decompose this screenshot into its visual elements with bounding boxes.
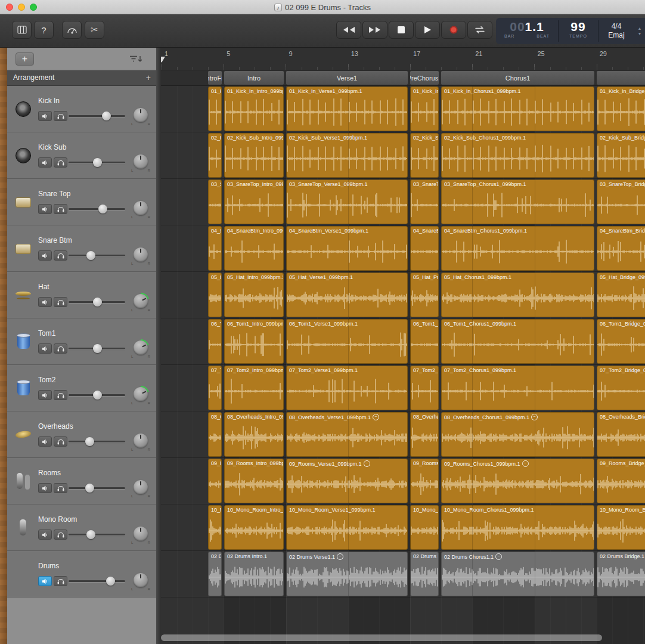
chevron-down-icon[interactable]: ▼ (638, 32, 642, 36)
arrangement-marker[interactable]: Intro (224, 71, 284, 85)
track-header[interactable]: Snare TopLR (7, 179, 156, 225)
playhead[interactable] (161, 57, 165, 63)
lcd-key-section[interactable]: 4/4 Emaj (599, 18, 634, 44)
audio-region[interactable]: 04_SnareBtm_Intro_099bpm.1 (224, 226, 284, 271)
pan-knob[interactable]: LR (132, 153, 149, 170)
track-header[interactable]: Tom1LR (7, 318, 156, 365)
lcd-tempo-section[interactable]: 99 TEMPO (559, 18, 598, 44)
arrangement-marker[interactable]: Verse1 (286, 71, 408, 85)
audio-region[interactable]: 06_Tom1_Bridge_099bpm.1 (597, 319, 645, 364)
horizontal-scrollbar[interactable] (161, 634, 602, 641)
mute-button[interactable] (38, 297, 52, 307)
volume-knob[interactable] (85, 437, 94, 446)
audio-region[interactable]: 01_Kick_In_Intro_099bpm.1 (224, 86, 284, 131)
audio-region[interactable]: 03_SnareTop_PreChorus1_099bpm.1 (410, 179, 439, 224)
solo-button[interactable] (54, 111, 67, 121)
pan-knob[interactable]: LR (132, 339, 149, 356)
audio-region[interactable]: 07_Tom2_Verse1_099bpm.1 (286, 366, 408, 410)
audio-region[interactable]: 07_Tom2_Intro_099bpm.1 (224, 366, 284, 410)
audio-region[interactable]: 02_Kick_Sub_Intro_099bpm.1 (224, 133, 284, 178)
audio-region[interactable]: 08_Overheads_Chorus1_099bpm.1~ (441, 412, 594, 457)
lcd-display[interactable]: 001.1 BAR BEAT 99 TEMPO 4/4 Emaj ▲ ▼ (496, 18, 645, 44)
audio-region[interactable]: 09_Rooms_Verse1_099bpm.1~ (286, 459, 408, 503)
audio-region[interactable]: 05_Hat_Verse1_099bpm.1 (286, 273, 408, 317)
pan-knob[interactable]: LR (132, 200, 149, 216)
audio-region[interactable]: 10_Mono_Room_Chorus1_099bpm.1 (441, 505, 594, 550)
mute-button[interactable] (38, 390, 52, 400)
audio-region[interactable]: 04_SnareBtm_Chorus1_099bpm.1 (441, 226, 594, 271)
rewind-button[interactable] (336, 21, 361, 39)
record-button[interactable] (441, 21, 466, 39)
volume-knob[interactable] (102, 112, 111, 120)
mute-button[interactable] (38, 250, 52, 261)
mute-button[interactable] (38, 436, 52, 447)
audio-region[interactable]: 08_Overheads_IntroFill_099bpm.1 (208, 412, 222, 457)
library-button[interactable] (12, 21, 32, 39)
volume-slider[interactable] (69, 441, 125, 442)
audio-region[interactable]: 02_Kick_Sub_Chorus1_099bpm.1 (441, 133, 594, 178)
audio-region[interactable]: 10_Mono_Room_PreChorus1_099bpm.1 (410, 505, 439, 550)
audio-region[interactable]: 07_Tom2_PreChorus1_099bpm.1 (410, 366, 439, 410)
audio-region[interactable]: 01_Kick_In_Verse1_099bpm.1 (286, 86, 408, 131)
audio-region[interactable]: 04_SnareBtm_PreChorus1_099bpm.1 (410, 226, 439, 271)
arrangement-marker[interactable]: IntroFill (208, 71, 222, 85)
audio-region[interactable]: 08_Overheads_Bridge_099bpm.1 (597, 412, 645, 457)
audio-region[interactable]: 02_Kick_Sub_IntroFill_099bpm.1 (208, 133, 222, 178)
track-filter-button[interactable] (124, 52, 149, 66)
mute-button[interactable] (38, 157, 52, 168)
audio-region[interactable]: 02 Drums Verse1.1~ (286, 552, 408, 596)
audio-region[interactable]: 04_SnareBtm_IntroFill_099bpm.1 (208, 226, 222, 271)
audio-region[interactable]: 02 Drums Chorus1.1~ (441, 552, 594, 596)
arrangement-marker[interactable]: Chorus1 (441, 71, 594, 85)
audio-region[interactable]: 09_Rooms_Bridge_099bpm.1 (597, 459, 645, 503)
arrangement-marker[interactable]: PreChorus1 (410, 71, 439, 85)
solo-button[interactable] (54, 390, 67, 400)
mute-button[interactable] (38, 530, 52, 540)
solo-button[interactable] (54, 436, 67, 447)
volume-knob[interactable] (98, 205, 107, 213)
solo-button[interactable] (54, 297, 67, 307)
audio-region[interactable]: 06_Tom1_PreChorus1_099bpm.1 (410, 319, 439, 364)
audio-region[interactable]: 09_Rooms_IntroFill_099bpm.1 (208, 459, 222, 503)
arrangement-add-button[interactable]: + (146, 70, 151, 85)
volume-slider[interactable] (69, 162, 125, 163)
audio-region[interactable]: 02 Drums IntroFill.1 (208, 552, 222, 596)
time-ruler[interactable]: 1591317212529 (161, 48, 645, 70)
audio-region[interactable]: 06_Tom1_IntroFill_099bpm.1 (208, 319, 222, 364)
audio-region[interactable]: 07_Tom2_Bridge_099bpm.1 (597, 366, 645, 410)
audio-region[interactable]: 03_SnareTop_IntroFill_099bpm.1 (208, 179, 222, 224)
audio-region[interactable]: 02 Drums PreChorus1.1 (410, 552, 439, 596)
arrangement-track-header[interactable]: Arrangement + (7, 70, 156, 86)
track-header[interactable]: OverheadsLR (7, 411, 156, 458)
track-header[interactable]: HatLR (7, 272, 156, 318)
solo-button[interactable] (54, 157, 67, 168)
pan-knob[interactable]: LR (132, 479, 149, 496)
volume-knob[interactable] (85, 484, 94, 493)
volume-slider[interactable] (69, 301, 125, 303)
pan-knob[interactable]: LR (132, 572, 149, 589)
audio-region[interactable]: 02 Drums Bridge.1 (597, 552, 645, 596)
audio-region[interactable]: 05_Hat_IntroFill_099bpm.1 (208, 273, 222, 317)
audio-region[interactable]: 03_SnareTop_Chorus1_099bpm.1 (441, 179, 594, 224)
mute-button[interactable] (38, 576, 52, 586)
fast-forward-button[interactable] (362, 21, 387, 39)
tuner-button[interactable] (62, 21, 82, 39)
audio-region[interactable]: 05_Hat_Bridge_099bpm.1 (597, 273, 645, 317)
editors-button[interactable]: ✂ (85, 21, 104, 39)
audio-region[interactable]: 07_Tom2_Chorus1_099bpm.1 (441, 366, 594, 410)
audio-region[interactable]: 06_Tom1_Chorus1_099bpm.1 (441, 319, 594, 364)
audio-region[interactable]: 04_SnareBtm_Verse1_099bpm.1 (286, 226, 408, 271)
volume-knob[interactable] (86, 251, 95, 260)
audio-region[interactable]: 04_SnareBtm_Bridge_099bpm.1 (597, 226, 645, 271)
pan-knob[interactable]: LR (132, 107, 149, 123)
audio-region[interactable]: 02_Kick_Sub_Verse1_099bpm.1 (286, 133, 408, 178)
quick-help-button[interactable]: ? (34, 21, 54, 39)
volume-knob[interactable] (93, 298, 102, 306)
solo-button[interactable] (54, 576, 67, 586)
audio-region[interactable]: 07_Tom2_IntroFill_099bpm.1 (208, 366, 222, 410)
volume-slider[interactable] (69, 534, 125, 535)
volume-knob[interactable] (106, 577, 115, 586)
volume-knob[interactable] (86, 530, 95, 539)
audio-region[interactable]: 08_Overheads_Verse1_099bpm.1~ (286, 412, 408, 457)
volume-slider[interactable] (69, 255, 125, 256)
